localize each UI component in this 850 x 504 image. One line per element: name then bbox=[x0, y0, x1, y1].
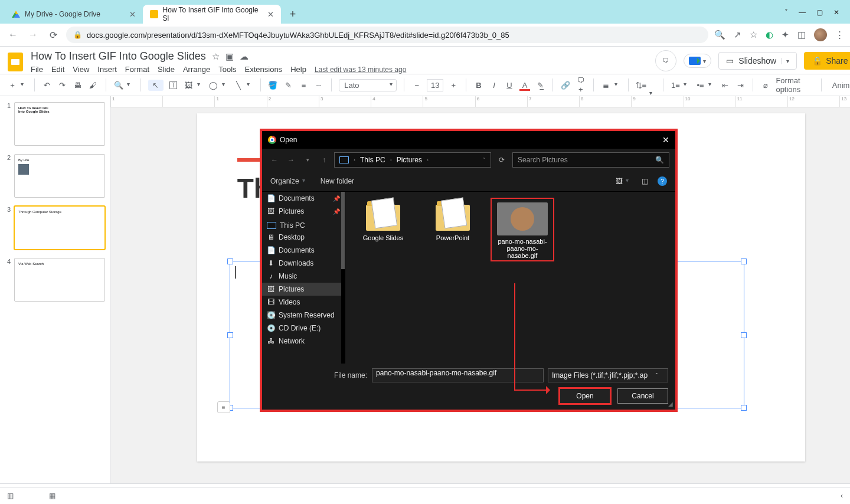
redo-button[interactable]: ↷ bbox=[57, 81, 68, 90]
autofit-button[interactable]: ≡ bbox=[217, 401, 230, 413]
meet-button[interactable]: ▾ bbox=[684, 54, 711, 68]
close-tab-icon[interactable]: ✕ bbox=[267, 10, 274, 19]
maximize-icon[interactable]: ▢ bbox=[816, 8, 823, 17]
address-bar[interactable]: 🔒 docs.google.com/presentation/d/13sm-dX… bbox=[66, 27, 708, 43]
extension-icon[interactable]: ◐ bbox=[766, 30, 773, 40]
close-tab-icon[interactable]: ✕ bbox=[129, 10, 136, 19]
organize-menu[interactable]: Organize bbox=[270, 177, 309, 185]
text-color-button[interactable]: A bbox=[519, 81, 530, 90]
menu-slide[interactable]: Slide bbox=[158, 65, 175, 74]
menu-tools[interactable]: Tools bbox=[218, 65, 236, 74]
cloud-status-icon[interactable]: ☁ bbox=[240, 51, 249, 62]
tree-thispc-header[interactable]: This PC bbox=[262, 218, 345, 231]
nav-tree[interactable]: 📄Documents📌🖼Pictures📌 This PC 🖥Desktop📄D… bbox=[262, 192, 345, 364]
view-mode-button[interactable]: 🖼 bbox=[616, 177, 632, 185]
file-list[interactable]: Google SlidesPowerPointpano-mo-nasabi-pa… bbox=[345, 192, 675, 364]
file-item-gif[interactable]: pano-mo-nasabi-paano-mo-nasabe.gif bbox=[491, 198, 554, 261]
filmstrip[interactable]: 1 How To Insert GIFInto Google Slides 2 … bbox=[0, 96, 110, 483]
sidepanel-icon[interactable]: ◫ bbox=[797, 30, 806, 40]
indent-inc-button[interactable]: ⇥ bbox=[735, 81, 746, 90]
new-tab-button[interactable]: + bbox=[285, 6, 301, 22]
border-color-button[interactable]: ✎ bbox=[283, 81, 293, 90]
slide-thumb-1[interactable]: How To Insert GIFInto Google Slides bbox=[14, 102, 105, 146]
menu-format[interactable]: Format bbox=[125, 65, 149, 74]
border-weight-button[interactable]: ≡ bbox=[298, 81, 309, 90]
close-dialog-icon[interactable]: ✕ bbox=[662, 135, 669, 145]
tab-drive[interactable]: My Drive - Google Drive ✕ bbox=[5, 5, 143, 24]
file-type-select[interactable]: Image Files (*.tif;*.jfif;*.pjp;*.ap˅ bbox=[548, 368, 668, 382]
refresh-icon[interactable]: ⟳ bbox=[495, 156, 509, 164]
chevron-down-icon[interactable]: ▾ bbox=[781, 58, 789, 64]
preview-pane-button[interactable]: ◫ bbox=[642, 177, 648, 185]
last-edit-link[interactable]: Last edit was 13 minutes ago bbox=[315, 66, 406, 74]
menu-view[interactable]: View bbox=[73, 65, 89, 74]
menu-help[interactable]: Help bbox=[290, 65, 306, 74]
align-button[interactable]: ≣ bbox=[601, 81, 621, 90]
star-icon[interactable]: ☆ bbox=[212, 51, 220, 62]
font-size-input[interactable]: 13 bbox=[427, 79, 443, 91]
tree-item[interactable]: 🖼Pictures bbox=[262, 283, 345, 296]
bold-button[interactable]: B bbox=[473, 81, 484, 90]
nav-back-icon[interactable]: ← bbox=[268, 156, 281, 164]
add-comment-button[interactable]: 🗨+ bbox=[576, 76, 586, 94]
new-slide-button[interactable]: + bbox=[7, 81, 27, 90]
bulleted-list-button[interactable]: •≡ bbox=[695, 81, 715, 90]
tree-item[interactable]: 💽System Reserved bbox=[262, 309, 345, 322]
highlight-button[interactable]: ✎̲ bbox=[535, 81, 545, 90]
close-window-icon[interactable]: ✕ bbox=[833, 8, 839, 17]
textbox-tool[interactable]: 🅃 bbox=[168, 81, 179, 90]
menu-extensions[interactable]: Extensions bbox=[245, 65, 283, 74]
path-segment[interactable]: Pictures bbox=[397, 156, 422, 164]
clear-format-button[interactable]: ⌀ bbox=[760, 81, 771, 90]
undo-button[interactable]: ↶ bbox=[42, 81, 53, 90]
fill-color-button[interactable]: 🪣 bbox=[267, 81, 278, 90]
tab-slides[interactable]: How To Insert GIF Into Google Sl ✕ bbox=[143, 5, 281, 24]
menu-insert[interactable]: Insert bbox=[97, 65, 117, 74]
share-url-icon[interactable]: ↗ bbox=[734, 30, 741, 40]
profile-avatar[interactable] bbox=[814, 28, 827, 41]
animate-button[interactable]: Animate bbox=[832, 81, 850, 90]
font-size-dec[interactable]: − bbox=[411, 81, 422, 90]
share-button[interactable]: 🔒Share bbox=[804, 52, 850, 70]
slide-thumb-4[interactable]: Via Web Search bbox=[14, 258, 105, 302]
tree-item[interactable]: 🖥Desktop bbox=[262, 231, 345, 244]
back-button[interactable]: ← bbox=[6, 30, 20, 40]
line-spacing-button[interactable]: ⇅≡ bbox=[636, 81, 656, 90]
menu-arrange[interactable]: Arrange bbox=[183, 65, 210, 74]
move-icon[interactable]: ▣ bbox=[225, 51, 234, 62]
bookmark-icon[interactable]: ☆ bbox=[750, 30, 757, 40]
search-box[interactable]: Search Pictures 🔍 bbox=[512, 152, 669, 168]
nav-recent-icon[interactable]: ▾ bbox=[301, 157, 314, 163]
view-grid-icon[interactable]: ▦ bbox=[49, 492, 55, 500]
font-selector[interactable]: Lato bbox=[339, 79, 397, 91]
select-tool[interactable]: ↖ bbox=[148, 80, 164, 91]
comment-history-button[interactable]: 🗨 bbox=[655, 50, 676, 71]
menu-edit[interactable]: Edit bbox=[51, 65, 64, 74]
tree-item[interactable]: 📄Documents bbox=[262, 244, 345, 257]
forward-button[interactable]: → bbox=[26, 30, 40, 40]
doc-title[interactable]: How To Insert GIF Into Google Slides bbox=[31, 50, 206, 63]
image-tool[interactable]: 🖼 bbox=[184, 81, 204, 90]
tree-item[interactable]: 📄Documents📌 bbox=[262, 192, 345, 205]
kebab-menu-icon[interactable]: ⋮ bbox=[835, 30, 844, 40]
minimize-icon[interactable]: — bbox=[799, 8, 806, 17]
paint-format-button[interactable]: 🖌 bbox=[88, 81, 99, 90]
print-button[interactable]: 🖶 bbox=[73, 81, 83, 90]
dialog-titlebar[interactable]: Open ✕ bbox=[262, 131, 675, 149]
menu-file[interactable]: File bbox=[31, 65, 43, 74]
nav-forward-icon[interactable]: → bbox=[285, 156, 298, 164]
collapse-bottom-icon[interactable]: ‹ bbox=[841, 492, 843, 500]
border-dash-button[interactable]: ┈ bbox=[313, 81, 324, 90]
slides-logo[interactable] bbox=[6, 50, 25, 74]
zoom-button[interactable]: 🔍 bbox=[113, 81, 133, 90]
tree-scrollbar[interactable] bbox=[341, 192, 345, 364]
tree-item[interactable]: 🖼Pictures📌 bbox=[262, 205, 345, 218]
path-box[interactable]: › This PC › Pictures › ˅ bbox=[334, 152, 491, 168]
open-button[interactable]: Open bbox=[560, 388, 610, 404]
file-name-input[interactable]: pano-mo-nasabi-paano-mo-nasabe.gif bbox=[372, 368, 544, 382]
insert-link-button[interactable]: 🔗 bbox=[560, 81, 571, 90]
slideshow-button[interactable]: ▭Slideshow▾ bbox=[718, 52, 797, 70]
cancel-button[interactable]: Cancel bbox=[617, 388, 668, 404]
underline-button[interactable]: U bbox=[504, 81, 515, 90]
reload-button[interactable]: ⟳ bbox=[46, 30, 60, 41]
